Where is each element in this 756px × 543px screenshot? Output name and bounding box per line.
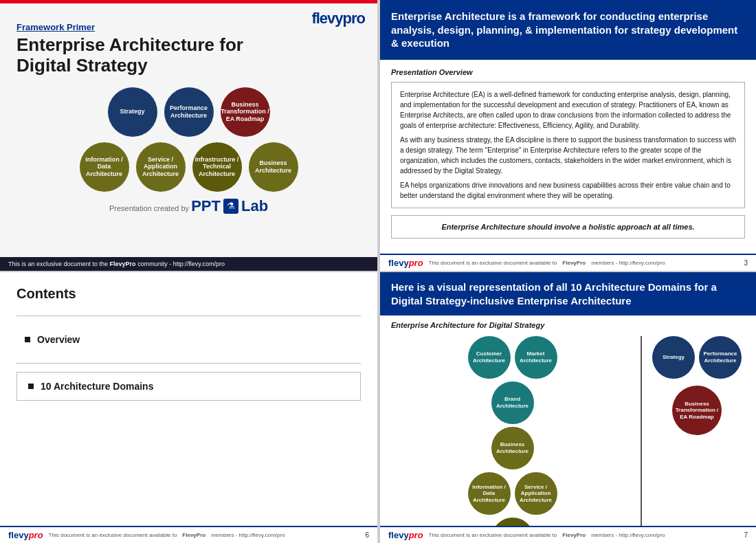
slide-1: flevypro Framework Primer Enterprise Arc… (0, 0, 377, 271)
quote-box: Enterprise Architecture should involve a… (391, 215, 745, 239)
slide1-title-line1: Enterprise Architecture for (16, 34, 243, 55)
slide1-footer: This is an exclusive document to the Fle… (0, 257, 377, 271)
page-number: 6 (365, 531, 369, 539)
arch-row-2: BrandArchitecture (491, 381, 534, 424)
overview-para-3: EA helps organizations drive innovations… (400, 180, 736, 201)
circle-business-arch: BusinessArchitecture (249, 142, 298, 192)
slide3-body: Contents Overview 10 Architecture Domain… (0, 272, 377, 526)
circle-strategy-right: Strategy (652, 336, 695, 379)
footer-brand-logo: flevypro (8, 530, 43, 540)
footer-brand-name: FlevyPro (182, 532, 205, 538)
circle-brand-arch: BrandArchitecture (491, 381, 534, 424)
ppt-text: PPT (191, 197, 221, 215)
item-domains-label: 10 Architecture Domains (41, 381, 153, 392)
circle-info-data-arch: Information /DataArchitecture (80, 142, 129, 192)
slide4-body: Enterprise Architecture for Digital Stra… (380, 315, 756, 526)
lab-text: Lab (241, 197, 268, 215)
circle-biz-transform-right: BusinessTransformation /EA Roadmap (672, 386, 722, 435)
pptlab-area: Presentation created by PPT ⚗ Lab (16, 197, 361, 215)
circle-market-arch: MarketArchitecture (515, 336, 557, 379)
arch-right-column: Strategy PerformanceArchitecture Busines… (649, 336, 745, 435)
circle-infra-tech-arch: Infrastructure /TechnicalArchitecture (491, 518, 534, 526)
slide2-body: Presentation Overview Enterprise Archite… (380, 60, 756, 254)
circle-performance-arch-right: PerformanceArchitecture (699, 336, 742, 379)
slide4-subtitle: Enterprise Architecture for Digital Stra… (391, 321, 745, 329)
brand-logo: flevypro (311, 10, 365, 27)
bullet-icon-overview (25, 337, 30, 342)
footer-text: This document is an exclusive document a… (429, 532, 557, 538)
overview-para-2: As with any business strategy, the EA di… (400, 135, 736, 176)
slide3-footer: flevypro This document is an exclusive d… (0, 526, 377, 543)
pptlab-logo: PPT ⚗ Lab (191, 197, 268, 215)
brand-flevy-text: flevypro (311, 10, 365, 27)
footer-link: members - http://flevy.com/pro (211, 532, 285, 538)
overview-box: Enterprise Architecture (EA) is a well-d… (391, 82, 745, 208)
page-number: 3 (744, 259, 748, 267)
arch-row-3: BusinessArchitecture (491, 427, 534, 469)
divider-2 (16, 363, 361, 364)
circle-infra-tech-arch: Infrastructure /TechnicalArchitecture (192, 142, 242, 192)
footer-brand: FlevyPro (110, 261, 136, 267)
slide1-content: flevypro Framework Primer Enterprise Arc… (0, 0, 377, 257)
slide-4: Here is a visual representation of all 1… (379, 272, 756, 543)
slide2-header: Enterprise Architecture is a framework f… (380, 0, 756, 60)
item-overview-label: Overview (37, 334, 80, 345)
contents-item-box-domains: 10 Architecture Domains (16, 372, 361, 401)
lab-flask-icon: ⚗ (223, 199, 238, 214)
circle-business-arch: BusinessArchitecture (491, 427, 534, 469)
footer-url: community - http://flevy.com/pro (137, 261, 225, 267)
circle-service-app-arch: Service /ApplicationArchitecture (136, 142, 186, 192)
footer-brand-name: FlevyPro (562, 260, 586, 266)
divider-1 (16, 315, 361, 316)
overview-label: Presentation Overview (391, 68, 745, 76)
footer-brand-logo: flevypro (388, 530, 423, 540)
footer-text: This document is an exclusive document a… (49, 532, 177, 538)
slide-3: Contents Overview 10 Architecture Domain… (0, 272, 377, 543)
circle-info-data-arch: Information /DataArchitecture (468, 472, 511, 515)
footer-text: This is an exclusive document to the (8, 261, 108, 267)
slide1-title: Enterprise Architecture for Digital Stra… (16, 35, 361, 76)
footer-text: This document is an exclusive document a… (429, 260, 557, 266)
circle-strategy: Strategy (108, 87, 157, 137)
slide2-footer: flevypro This document is an exclusive d… (380, 254, 756, 271)
arch-row-right-1: Strategy PerformanceArchitecture (652, 336, 742, 379)
arch-left-column: CustomerArchitecture MarketArchitecture … (391, 336, 634, 526)
circle-service-app-arch: Service /ApplicationArchitecture (515, 472, 557, 515)
bullet-icon-domains (28, 384, 34, 389)
footer-link: members - http://flevy.com/pro (591, 260, 665, 266)
arch-row-5: Infrastructure /TechnicalArchitecture (491, 518, 534, 526)
footer-link: members - http://flevy.com/pro (591, 532, 665, 538)
circles-bottom-row: Information /DataArchitecture Service /A… (16, 142, 361, 192)
circle-performance-arch: PerformanceArchitecture (164, 87, 214, 137)
contents-title: Contents (16, 286, 361, 302)
quote-text: Enterprise Architecture should involve a… (400, 223, 736, 231)
slide-2: Enterprise Architecture is a framework f… (379, 0, 756, 271)
circles-top-row: Strategy PerformanceArchitecture Busines… (16, 87, 361, 137)
slide1-title-line2: Digital Strategy (16, 55, 148, 76)
framework-primer-label: Framework Primer (16, 22, 361, 32)
overview-para-1: Enterprise Architecture (EA) is a well-d… (400, 89, 736, 131)
contents-item-domains: 10 Architecture Domains (28, 381, 349, 392)
arch-separator (641, 336, 642, 526)
arch-row-right-2: BusinessTransformation /EA Roadmap (672, 386, 722, 435)
circle-business-transformation: BusinessTransformation /EA Roadmap (221, 87, 270, 137)
pptlab-prefix: Presentation created by (109, 204, 189, 212)
slide4-header: Here is a visual representation of all 1… (380, 272, 756, 315)
slide4-footer: flevypro This document is an exclusive d… (380, 526, 756, 543)
footer-brand-name: FlevyPro (562, 532, 586, 538)
slide4-header-text: Here is a visual representation of all 1… (391, 281, 717, 307)
circle-customer-arch: CustomerArchitecture (468, 336, 511, 379)
arch-diagram: CustomerArchitecture MarketArchitecture … (391, 336, 745, 526)
page-number: 7 (744, 531, 748, 539)
contents-item-overview: Overview (16, 324, 361, 355)
arch-row-4: Information /DataArchitecture Service /A… (468, 472, 557, 515)
red-accent-line (0, 0, 377, 3)
arch-row-1: CustomerArchitecture MarketArchitecture (468, 336, 557, 379)
footer-brand-logo: flevypro (388, 258, 423, 268)
